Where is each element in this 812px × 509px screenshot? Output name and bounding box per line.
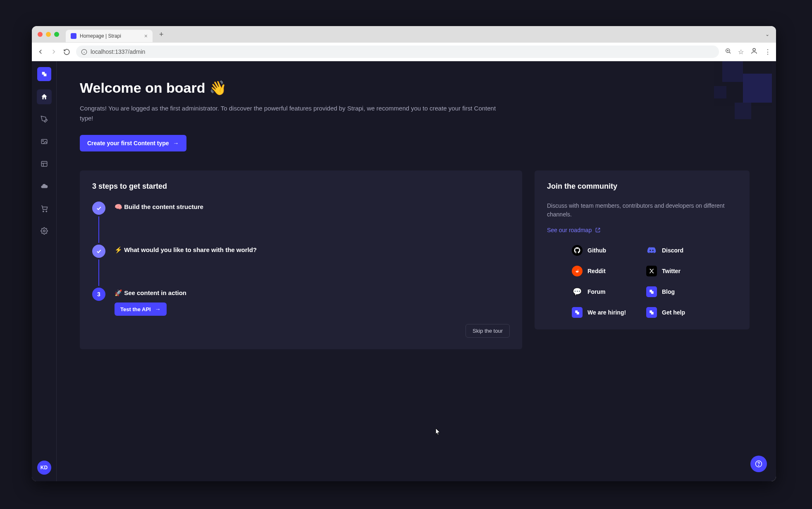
arrow-right-icon: → — [155, 306, 161, 312]
strapi-favicon-icon — [71, 33, 76, 39]
close-tab-icon[interactable]: × — [144, 33, 148, 39]
svg-point-13 — [43, 211, 43, 212]
community-desc: Discuss with team members, contributors … — [547, 202, 737, 219]
community-card: Join the community Discuss with team mem… — [535, 170, 750, 329]
profile-icon[interactable] — [750, 47, 758, 56]
external-link-icon — [595, 227, 601, 233]
toolbar-right: ☆ ⋮ — [725, 47, 771, 56]
step-1-label: 🧠 Build the content structure — [115, 203, 510, 211]
github-icon — [572, 245, 583, 256]
step-1-check-icon — [92, 202, 105, 215]
forward-button[interactable] — [50, 48, 57, 55]
step-2-check-icon — [92, 245, 105, 258]
info-icon — [81, 49, 87, 55]
browser-window: Homepage | Strapi × + ⌄ localhost:1337/a… — [32, 26, 776, 481]
main-area: Welcome on board 👋 Congrats! You are log… — [57, 61, 776, 481]
svg-point-18 — [758, 465, 759, 466]
address-bar[interactable]: localhost:1337/admin — [76, 46, 719, 58]
discord-icon — [646, 245, 657, 256]
sidebar-item-settings[interactable] — [37, 223, 52, 238]
community-link-hiring[interactable]: We are hiring! — [572, 307, 638, 318]
step-1: 🧠 Build the content structure — [92, 202, 510, 215]
community-links-grid: Github Discord Reddit — [547, 245, 737, 318]
community-link-get-help[interactable]: Get help — [646, 307, 712, 318]
traffic-lights — [38, 32, 59, 37]
help-label: Get help — [662, 309, 685, 316]
step-2: ⚡ What would you like to share with the … — [92, 245, 510, 258]
step-2-label: ⚡ What would you like to share with the … — [115, 246, 510, 254]
step-connector — [98, 259, 99, 286]
kebab-menu-icon[interactable]: ⋮ — [764, 48, 771, 56]
svg-rect-10 — [41, 161, 47, 166]
community-link-reddit[interactable]: Reddit — [572, 266, 638, 276]
avatar-initials: KD — [41, 465, 48, 471]
tab-title: Homepage | Strapi — [80, 33, 121, 39]
get-help-icon — [646, 307, 657, 318]
step-connector — [98, 216, 99, 243]
sidebar-item-marketplace[interactable] — [37, 201, 52, 216]
hiring-icon — [572, 307, 583, 318]
github-label: Github — [588, 247, 606, 254]
minimize-window-icon[interactable] — [46, 32, 51, 37]
svg-point-7 — [753, 48, 755, 51]
sidebar: KD — [32, 61, 57, 481]
svg-line-4 — [729, 52, 731, 53]
close-window-icon[interactable] — [38, 32, 43, 37]
forum-icon: 💬 — [572, 286, 583, 297]
skip-tour-button[interactable]: Skip the tour — [466, 324, 510, 338]
panels: 3 steps to get started 🧠 Build the conte… — [80, 170, 753, 349]
twitter-x-icon — [646, 266, 657, 276]
reddit-icon — [572, 266, 583, 276]
skip-label: Skip the tour — [473, 328, 503, 334]
page-title: Welcome on board 👋 — [80, 79, 753, 96]
zoom-icon[interactable] — [725, 48, 731, 56]
forum-label: Forum — [588, 288, 606, 295]
cta-label: Create your first Content type — [87, 140, 169, 146]
steps-card: 3 steps to get started 🧠 Build the conte… — [80, 170, 522, 349]
maximize-window-icon[interactable] — [54, 32, 59, 37]
tab-strip: Homepage | Strapi × + ⌄ — [32, 26, 776, 43]
back-button[interactable] — [37, 48, 44, 55]
discord-label: Discord — [662, 247, 683, 254]
sidebar-item-media-library[interactable] — [37, 134, 52, 149]
user-avatar[interactable]: KD — [37, 461, 51, 475]
roadmap-label: See our roadmap — [547, 227, 592, 233]
create-content-type-button[interactable]: Create your first Content type → — [80, 135, 186, 151]
arrow-right-icon: → — [173, 140, 179, 146]
browser-toolbar: localhost:1337/admin ☆ ⋮ — [32, 43, 776, 61]
community-link-blog[interactable]: Blog — [646, 286, 712, 297]
reload-button[interactable] — [63, 48, 70, 55]
sidebar-item-cloud[interactable] — [37, 179, 52, 194]
svg-point-15 — [43, 230, 45, 232]
sidebar-item-home[interactable] — [37, 89, 52, 104]
bookmark-star-icon[interactable]: ☆ — [738, 48, 744, 56]
strapi-logo-icon[interactable] — [37, 67, 51, 81]
hiring-label: We are hiring! — [588, 309, 626, 316]
blog-icon — [646, 286, 657, 297]
community-link-github[interactable]: Github — [572, 245, 638, 256]
url-text: localhost:1337/admin — [91, 48, 145, 55]
step-3-number-icon: 3 — [92, 288, 105, 301]
page-subtitle: Congrats! You are logged as the first ad… — [80, 103, 502, 123]
svg-point-9 — [42, 140, 43, 141]
reddit-label: Reddit — [588, 268, 606, 274]
svg-point-14 — [46, 211, 47, 212]
test-api-button[interactable]: Test the API → — [115, 303, 167, 316]
tabs-dropdown-icon[interactable]: ⌄ — [763, 31, 772, 37]
browser-tab[interactable]: Homepage | Strapi × — [66, 30, 153, 42]
help-fab-button[interactable] — [750, 456, 767, 472]
community-link-forum[interactable]: 💬 Forum — [572, 286, 638, 297]
steps-title: 3 steps to get started — [92, 182, 510, 191]
twitter-label: Twitter — [662, 268, 681, 274]
test-api-label: Test the API — [120, 306, 151, 312]
step-3-label: 🚀 See content in action — [115, 289, 510, 297]
app-content: KD Welcome on board 👋 Congrats! You are … — [32, 61, 776, 481]
sidebar-item-content-type-builder[interactable] — [37, 156, 52, 171]
new-tab-button[interactable]: + — [156, 30, 167, 39]
sidebar-item-content-manager[interactable] — [37, 112, 52, 127]
step-3: 3 🚀 See content in action Test the API → — [92, 288, 510, 316]
community-link-discord[interactable]: Discord — [646, 245, 712, 256]
roadmap-link[interactable]: See our roadmap — [547, 227, 601, 233]
community-title: Join the community — [547, 182, 737, 191]
community-link-twitter[interactable]: Twitter — [646, 266, 712, 276]
